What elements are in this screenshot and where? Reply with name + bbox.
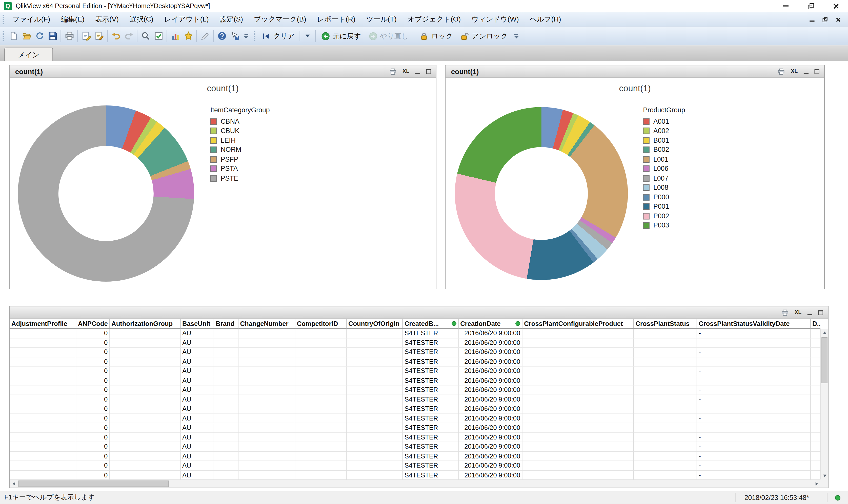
cell-cross_plant_configurable_product[interactable] xyxy=(523,366,634,376)
cell-brand[interactable] xyxy=(214,414,238,423)
cell-created_by[interactable]: S4TESTER xyxy=(403,366,459,376)
column-header-change_number[interactable]: ChangeNumber xyxy=(238,319,295,329)
cell-change_number[interactable] xyxy=(238,385,295,395)
cell-cross_plant_status[interactable] xyxy=(634,461,697,470)
cell-cross_plant_status_validity_date[interactable]: - xyxy=(697,338,811,347)
cell-base_unit[interactable]: AU xyxy=(181,338,214,347)
reload-icon[interactable] xyxy=(33,29,46,42)
legend-item-L001[interactable]: L001 xyxy=(643,155,685,164)
cell-brand[interactable] xyxy=(214,433,238,442)
menu-item-5[interactable]: レイアウト(L) xyxy=(159,13,214,26)
cell-cross_plant_configurable_product[interactable] xyxy=(523,471,634,480)
cell-anp_code[interactable]: 0 xyxy=(76,461,110,470)
cell-anp_code[interactable]: 0 xyxy=(76,433,110,442)
cell-adjustment_profile[interactable] xyxy=(10,442,76,452)
cell-authorization_group[interactable] xyxy=(110,461,181,470)
cell-creation_date[interactable]: 2016/06/20 9:00:00 xyxy=(459,329,523,338)
edit-module-icon[interactable] xyxy=(92,29,105,42)
legend-item-NORM[interactable]: NORM xyxy=(210,145,270,155)
cell-creation_date[interactable]: 2016/06/20 9:00:00 xyxy=(459,414,523,423)
scroll-left-button[interactable] xyxy=(10,480,17,488)
redo-icon[interactable] xyxy=(122,29,135,42)
quick-chart-icon[interactable] xyxy=(169,29,182,42)
cell-country_of_origin[interactable] xyxy=(347,348,403,357)
print-icon[interactable] xyxy=(782,309,789,316)
cell-competitor_id[interactable] xyxy=(296,329,347,338)
search-icon[interactable] xyxy=(139,29,152,42)
menu-item-12[interactable]: ヘルプ(H) xyxy=(524,13,566,26)
cell-created_by[interactable]: S4TESTER xyxy=(403,348,459,357)
cell-adjustment_profile[interactable] xyxy=(10,385,76,395)
chevron-down-icon[interactable] xyxy=(305,35,310,37)
legend-item-L006[interactable]: L006 xyxy=(643,164,685,173)
cell-anp_code[interactable]: 0 xyxy=(76,376,110,385)
cell-d[interactable] xyxy=(811,395,820,404)
cell-created_by[interactable]: S4TESTER xyxy=(403,461,459,470)
cell-cross_plant_configurable_product[interactable] xyxy=(523,329,634,338)
cell-cross_plant_status[interactable] xyxy=(634,357,697,366)
cell-competitor_id[interactable] xyxy=(296,461,347,470)
cell-anp_code[interactable]: 0 xyxy=(76,414,110,423)
cell-cross_plant_configurable_product[interactable] xyxy=(523,385,634,395)
horizontal-scroll-thumb[interactable] xyxy=(18,481,169,487)
cell-competitor_id[interactable] xyxy=(296,414,347,423)
table-vertical-scrollbar[interactable] xyxy=(820,329,828,480)
cell-creation_date[interactable]: 2016/06/20 9:00:00 xyxy=(459,376,523,385)
cell-country_of_origin[interactable] xyxy=(347,461,403,470)
cell-created_by[interactable]: S4TESTER xyxy=(403,338,459,347)
cell-adjustment_profile[interactable] xyxy=(10,471,76,480)
cell-created_by[interactable]: S4TESTER xyxy=(403,385,459,395)
chart-caption-bar[interactable]: count(1) XL xyxy=(10,66,436,78)
cell-authorization_group[interactable] xyxy=(110,376,181,385)
cell-competitor_id[interactable] xyxy=(296,348,347,357)
cell-base_unit[interactable]: AU xyxy=(181,461,214,470)
cell-creation_date[interactable]: 2016/06/20 9:00:00 xyxy=(459,452,523,461)
cell-anp_code[interactable]: 0 xyxy=(76,385,110,395)
cell-cross_plant_status_validity_date[interactable]: - xyxy=(697,357,811,366)
minimize-icon[interactable] xyxy=(416,73,420,74)
new-file-icon[interactable] xyxy=(7,29,20,42)
cell-brand[interactable] xyxy=(214,376,238,385)
cell-cross_plant_configurable_product[interactable] xyxy=(523,414,634,423)
menu-item-1[interactable]: ファイル(F) xyxy=(7,13,56,26)
column-header-cross_plant_configurable_product[interactable]: CrossPlantConfigurableProduct xyxy=(523,319,634,329)
menu-item-3[interactable]: 表示(V) xyxy=(90,13,124,26)
cell-authorization_group[interactable] xyxy=(110,471,181,480)
legend-item-LEIH[interactable]: LEIH xyxy=(210,136,270,145)
legend-item-PSTA[interactable]: PSTA xyxy=(210,164,270,173)
cell-base_unit[interactable]: AU xyxy=(181,471,214,480)
legend-item-A002[interactable]: A002 xyxy=(643,126,685,136)
menu-item-8[interactable]: レポート(R) xyxy=(312,13,361,26)
menubar-grip[interactable] xyxy=(3,15,4,24)
cell-cross_plant_status[interactable] xyxy=(634,414,697,423)
cell-cross_plant_configurable_product[interactable] xyxy=(523,338,634,347)
cell-d[interactable] xyxy=(811,329,820,338)
cell-d[interactable] xyxy=(811,348,820,357)
cell-anp_code[interactable]: 0 xyxy=(76,452,110,461)
cell-brand[interactable] xyxy=(214,461,238,470)
document-minimize-button[interactable] xyxy=(810,21,814,21)
column-header-base_unit[interactable]: BaseUnit xyxy=(181,319,214,329)
cell-cross_plant_status_validity_date[interactable]: - xyxy=(697,366,811,376)
maximize-icon[interactable] xyxy=(818,310,823,315)
cell-authorization_group[interactable] xyxy=(110,414,181,423)
cell-base_unit[interactable]: AU xyxy=(181,348,214,357)
cell-d[interactable] xyxy=(811,461,820,470)
cell-authorization_group[interactable] xyxy=(110,423,181,433)
cell-anp_code[interactable]: 0 xyxy=(76,357,110,366)
cell-country_of_origin[interactable] xyxy=(347,452,403,461)
menu-item-6[interactable]: 設定(S) xyxy=(214,13,248,26)
cell-change_number[interactable] xyxy=(238,357,295,366)
cell-competitor_id[interactable] xyxy=(296,338,347,347)
legend-item-P003[interactable]: P003 xyxy=(643,221,685,230)
window-minimize-button[interactable] xyxy=(773,0,798,12)
excel-export-icon[interactable]: XL xyxy=(791,69,798,74)
cell-brand[interactable] xyxy=(214,338,238,347)
menu-item-9[interactable]: ツール(T) xyxy=(361,13,402,26)
redo-selection-button[interactable]: やり直し xyxy=(365,29,412,43)
cell-cross_plant_configurable_product[interactable] xyxy=(523,452,634,461)
cell-country_of_origin[interactable] xyxy=(347,433,403,442)
cell-d[interactable] xyxy=(811,442,820,452)
cell-adjustment_profile[interactable] xyxy=(10,366,76,376)
cell-cross_plant_configurable_product[interactable] xyxy=(523,461,634,470)
